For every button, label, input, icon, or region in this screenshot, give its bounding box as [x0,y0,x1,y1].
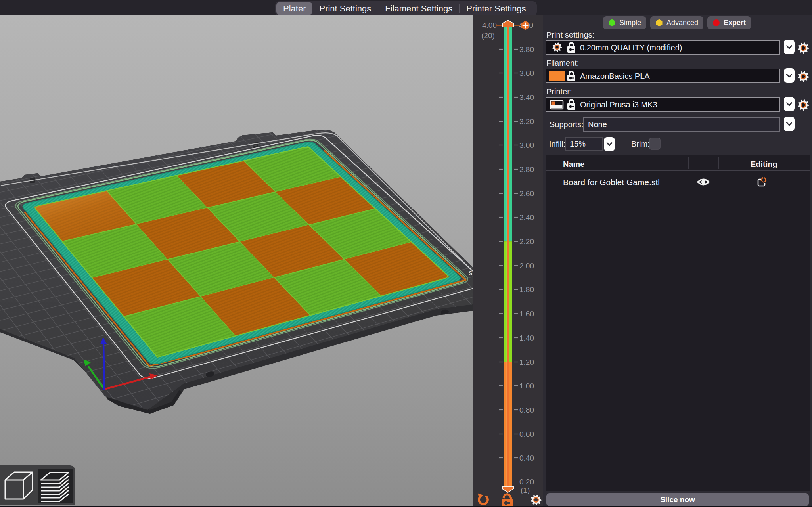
svg-text:AmazonBasics PLA: AmazonBasics PLA [580,72,650,80]
svg-text:Printer:: Printer: [546,87,572,96]
svg-text:0.80: 0.80 [519,406,534,414]
svg-text:0.20mm QUALITY (modified): 0.20mm QUALITY (modified) [580,43,682,52]
svg-text:2.60: 2.60 [519,189,534,198]
svg-text:1.80: 1.80 [519,285,534,294]
svg-text:2.00: 2.00 [519,262,534,270]
svg-text:3.20: 3.20 [519,117,534,126]
svg-text:15%: 15% [570,140,586,148]
svg-text:Infill:: Infill: [549,140,565,148]
svg-text:0.60: 0.60 [519,430,534,438]
svg-text:0.40: 0.40 [519,454,534,462]
svg-text:1.20: 1.20 [519,358,534,366]
svg-text:Editing: Editing [751,160,778,168]
svg-text:Board for Goblet Game.stl: Board for Goblet Game.stl [563,178,660,187]
svg-text:Name: Name [563,160,584,168]
svg-text:(20): (20) [481,31,495,40]
svg-text:1.00: 1.00 [519,382,534,390]
svg-text:4.00: 4.00 [482,21,497,29]
svg-text:0.20: 0.20 [519,478,534,486]
svg-text:3.40: 3.40 [519,93,534,101]
svg-text:3.00: 3.00 [519,141,534,149]
svg-text:2.80: 2.80 [519,165,534,174]
svg-text:2.40: 2.40 [519,213,534,222]
svg-text:3.60: 3.60 [519,69,534,77]
svg-text:Supports:: Supports: [550,120,584,129]
svg-text:1.40: 1.40 [519,334,534,342]
svg-text:2.20: 2.20 [519,237,534,246]
svg-text:(1): (1) [521,486,530,494]
svg-text:Filament:: Filament: [546,59,579,67]
svg-text:Original Prusa i3 MK3: Original Prusa i3 MK3 [580,100,657,109]
svg-text:None: None [588,120,607,129]
svg-text:Brim:: Brim: [631,140,650,148]
svg-text:1.60: 1.60 [519,310,534,318]
svg-text:s: s [469,268,473,277]
svg-text:3.80: 3.80 [519,45,534,54]
